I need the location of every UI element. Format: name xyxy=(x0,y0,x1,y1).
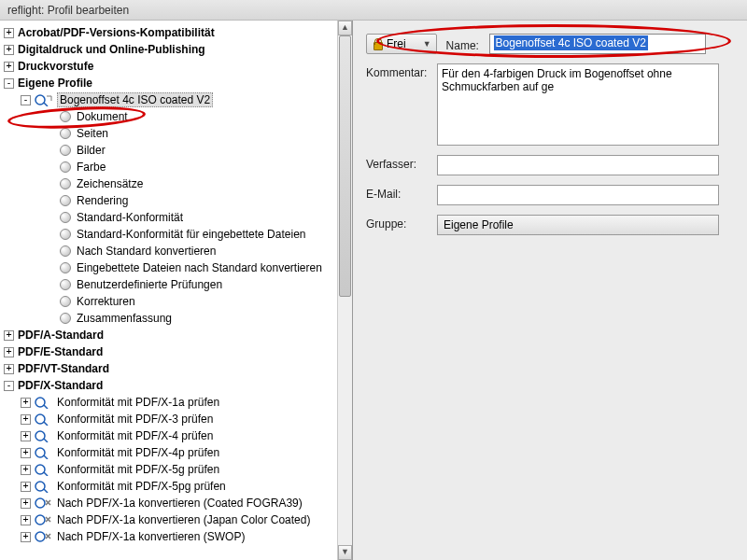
category-label: Acrobat/PDF-Versions-Kompatibilität xyxy=(18,26,215,39)
group-value: Eigene Profile xyxy=(444,218,514,231)
comment-label: Kommentar: xyxy=(366,63,437,79)
expander-icon[interactable]: + xyxy=(4,347,14,357)
node-icon xyxy=(60,262,71,273)
tree-node[interactable]: Seiten xyxy=(4,125,337,142)
expander-icon[interactable]: + xyxy=(21,431,31,441)
author-input[interactable] xyxy=(437,155,719,175)
tree-node[interactable]: Standard-Konformität für eingebettete Da… xyxy=(4,226,337,243)
tree-profile[interactable]: +Konformität mit PDF/X-5g prüfen xyxy=(4,461,337,478)
profile-icon xyxy=(35,413,53,426)
tree-profile[interactable]: +Nach PDF/X-1a konvertieren (SWOP) xyxy=(4,528,337,545)
comment-row: Kommentar: xyxy=(366,63,747,146)
expander-icon[interactable]: + xyxy=(21,414,31,425)
tree-category[interactable]: + Druckvorstufe xyxy=(4,58,337,75)
profile-label: Konformität mit PDF/X-4p prüfen xyxy=(57,446,219,459)
node-label: Benutzerdefinierte Prüfungen xyxy=(77,278,222,291)
wrench-icon xyxy=(35,530,53,543)
tree-category[interactable]: + PDF/VT-Standard xyxy=(4,360,337,377)
expander-icon[interactable]: - xyxy=(21,95,31,105)
category-label: PDF/X-Standard xyxy=(18,379,103,392)
expander-icon[interactable]: + xyxy=(4,364,14,374)
expander-icon[interactable]: + xyxy=(21,532,31,542)
email-input[interactable] xyxy=(437,185,719,205)
profile-label: Nach PDF/X-1a konvertieren (SWOP) xyxy=(57,530,245,543)
profile-label: Nach PDF/X-1a konvertieren (Coated FOGRA… xyxy=(57,497,303,510)
tree-profile[interactable]: +Konformität mit PDF/X-4 prüfen xyxy=(4,427,337,444)
category-label: Eigene Profile xyxy=(18,77,92,90)
node-label: Eingebettete Dateien nach Standard konve… xyxy=(77,261,322,274)
profile-icon xyxy=(35,429,53,442)
tree-category[interactable]: - PDF/X-Standard xyxy=(4,377,337,394)
expander-icon[interactable]: + xyxy=(21,398,31,408)
expander-icon[interactable]: + xyxy=(4,45,14,55)
node-icon xyxy=(60,279,71,290)
name-value: Bogenoffset 4c ISO coated V2 xyxy=(494,35,648,50)
expander-icon[interactable]: + xyxy=(21,515,31,525)
window-title: reflight: Profil bearbeiten xyxy=(0,0,747,21)
lock-dropdown[interactable]: Frei ▼ xyxy=(366,34,437,54)
unlock-icon xyxy=(372,38,383,49)
node-label: Farbe xyxy=(77,161,106,174)
category-label: Digitaldruck und Online-Publishing xyxy=(18,43,205,56)
node-icon xyxy=(60,161,71,173)
profile-icon xyxy=(35,446,53,459)
tree-category[interactable]: + Acrobat/PDF-Versions-Kompatibilität xyxy=(4,24,337,41)
category-label: PDF/VT-Standard xyxy=(18,362,109,375)
expander-icon[interactable]: + xyxy=(4,62,14,72)
expander-icon[interactable]: + xyxy=(21,465,31,475)
profile-label: Bogenoffset 4c ISO coated V2 xyxy=(57,92,213,107)
profile-label: Nach PDF/X-1a konvertieren (Japan Color … xyxy=(57,513,310,526)
category-label: PDF/E-Standard xyxy=(18,345,103,358)
name-input[interactable]: Bogenoffset 4c ISO coated V2 xyxy=(489,34,706,54)
tree-category[interactable]: + PDF/E-Standard xyxy=(4,343,337,360)
tree-profile[interactable]: +Nach PDF/X-1a konvertieren (Japan Color… xyxy=(4,511,337,528)
expander-icon[interactable]: - xyxy=(4,78,14,89)
expander-icon[interactable]: + xyxy=(21,448,31,458)
profile-tree[interactable]: + Acrobat/PDF-Versions-Kompatibilität + … xyxy=(0,21,337,545)
form-pane: Frei ▼ Name: Bogenoffset 4c ISO coated V… xyxy=(353,21,747,560)
author-row: Verfasser: xyxy=(366,155,747,175)
profile-label: Konformität mit PDF/X-3 prüfen xyxy=(57,413,213,426)
lock-label: Frei xyxy=(387,37,406,50)
tree-profile[interactable]: +Konformität mit PDF/X-5pg prüfen xyxy=(4,478,337,495)
expander-icon[interactable]: + xyxy=(21,482,31,492)
scroll-thumb[interactable] xyxy=(339,35,351,297)
tree-node[interactable]: Korrekturen xyxy=(4,293,337,310)
tree-category[interactable]: + Digitaldruck und Online-Publishing xyxy=(4,41,337,58)
tree-node[interactable]: Eingebettete Dateien nach Standard konve… xyxy=(4,259,337,276)
tree-profile[interactable]: +Nach PDF/X-1a konvertieren (Coated FOGR… xyxy=(4,495,337,511)
node-label: Rendering xyxy=(77,194,128,207)
tree-scrollbar[interactable]: ▲ ▼ xyxy=(337,21,352,560)
node-label: Seiten xyxy=(77,127,108,140)
node-label: Standard-Konformität xyxy=(77,211,183,224)
svg-point-8 xyxy=(35,515,45,525)
tree-node[interactable]: Farbe xyxy=(4,159,337,175)
expander-icon[interactable]: + xyxy=(4,330,14,341)
tree-category[interactable]: - Eigene Profile xyxy=(4,75,337,91)
node-label: Zeichensätze xyxy=(77,177,143,190)
expander-icon[interactable]: + xyxy=(21,498,31,509)
tree-node[interactable]: Benutzerdefinierte Prüfungen xyxy=(4,276,337,293)
group-select[interactable]: Eigene Profile xyxy=(437,215,719,235)
scroll-down-icon[interactable]: ▼ xyxy=(338,545,352,560)
scroll-track[interactable] xyxy=(338,35,352,545)
expander-icon[interactable]: - xyxy=(4,381,14,391)
name-row: Frei ▼ Name: Bogenoffset 4c ISO coated V… xyxy=(366,34,747,54)
tree-node[interactable]: Zusammenfassung xyxy=(4,310,337,327)
author-label: Verfasser: xyxy=(366,155,437,171)
scroll-up-icon[interactable]: ▲ xyxy=(338,21,352,35)
comment-textarea[interactable] xyxy=(437,63,719,146)
wrench-icon xyxy=(35,513,53,526)
tree-node[interactable]: Dokument xyxy=(4,108,337,125)
tree-node[interactable]: Bilder xyxy=(4,142,337,159)
tree-profile[interactable]: +Konformität mit PDF/X-4p prüfen xyxy=(4,444,337,461)
expander-icon[interactable]: + xyxy=(4,28,14,38)
tree-category[interactable]: + PDF/A-Standard xyxy=(4,327,337,343)
tree-node[interactable]: Rendering xyxy=(4,192,337,209)
tree-profile[interactable]: +Konformität mit PDF/X-1a prüfen xyxy=(4,394,337,411)
tree-profile[interactable]: - Bogenoffset 4c ISO coated V2 xyxy=(4,91,337,108)
tree-node[interactable]: Zeichensätze xyxy=(4,175,337,192)
tree-node[interactable]: Standard-Konformität xyxy=(4,209,337,226)
tree-profile[interactable]: +Konformität mit PDF/X-3 prüfen xyxy=(4,411,337,427)
tree-node[interactable]: Nach Standard konvertieren xyxy=(4,243,337,259)
